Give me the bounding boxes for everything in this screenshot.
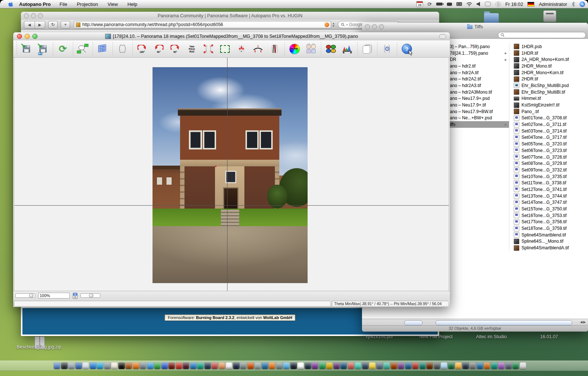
dock-icon[interactable] [469, 362, 476, 369]
url-text[interactable]: http://www.panorama-community.net/thread… [82, 22, 323, 27]
dock-icon[interactable] [355, 362, 361, 369]
dock-icon[interactable] [147, 362, 154, 369]
desktop-folder-icon[interactable] [484, 13, 499, 24]
step-up-icon[interactable]: ▲ [73, 293, 77, 296]
dock-icon[interactable] [491, 362, 498, 369]
apple-menu-icon[interactable] [8, 1, 13, 7]
dock-icon[interactable] [333, 362, 340, 369]
menu-projection[interactable]: Projection [77, 1, 98, 7]
panorama-image[interactable] [153, 67, 308, 283]
spotlight-icon[interactable] [580, 1, 585, 7]
menu-clock[interactable]: Fr 16:02 [505, 1, 523, 7]
dock-icon[interactable] [405, 362, 412, 369]
file-list-item[interactable]: Set15Tone...G_3750.tif [509, 206, 582, 212]
rss-icon[interactable] [325, 22, 329, 27]
bluetooth-icon[interactable] [571, 1, 575, 7]
anchors-button[interactable] [304, 42, 318, 56]
dock-icon[interactable] [82, 362, 89, 369]
layers-button[interactable] [361, 42, 374, 56]
desktop-file-label[interactable]: Bescheinigung.jpg.zip [17, 344, 61, 350]
dock-icon[interactable] [441, 362, 447, 369]
center-button[interactable]: + [235, 42, 248, 56]
dock-icon[interactable] [297, 362, 304, 369]
dock-icon[interactable] [398, 362, 404, 369]
crop-button[interactable] [218, 42, 232, 56]
dock-icon[interactable] [104, 362, 111, 369]
file-list-item[interactable]: Set18Tone...G_3759.tif [509, 225, 582, 232]
dock-icon[interactable] [477, 362, 483, 369]
dock-icon[interactable] [219, 362, 225, 369]
dock-icon[interactable] [348, 362, 354, 369]
dock-icon[interactable] [211, 362, 218, 369]
dock-icon[interactable] [340, 362, 347, 369]
yaw-pitch-roll-button[interactable]: YawPitchRoll [185, 42, 198, 56]
dock-icon[interactable] [154, 362, 161, 369]
help-button[interactable]: ? [400, 42, 413, 56]
file-list-item[interactable]: Set16Tone...G_3753.tif [509, 212, 582, 219]
dock-icon[interactable] [419, 362, 426, 369]
desktop-file-label[interactable]: 16.01.07 [540, 334, 558, 339]
dock-icon[interactable] [276, 362, 283, 369]
file-list-item[interactable]: Set05Tone...G_3720.tif [509, 141, 582, 147]
classic-9-icon[interactable]: 9 [495, 1, 501, 7]
dock-icon[interactable] [133, 362, 139, 369]
german-flag-icon[interactable] [527, 2, 534, 7]
dock-icon[interactable] [197, 362, 204, 369]
chat-bubble-icon[interactable] [485, 1, 491, 7]
file-list-item[interactable]: Set02Tone...G_3711.tif [509, 121, 582, 128]
dock-icon[interactable] [505, 362, 512, 369]
active-app-name[interactable]: Autopano Pro [19, 1, 51, 7]
file-list-item[interactable]: 2HDR.tif [509, 76, 582, 82]
dock-icon[interactable] [362, 362, 369, 369]
zoom-value-field[interactable]: 100% [38, 293, 70, 299]
dock-icon[interactable] [118, 362, 125, 369]
dock-icon[interactable] [520, 362, 526, 369]
file-list-item[interactable]: 2A_HDR_Mono+Korn.tif [509, 56, 582, 63]
sync-icon[interactable]: ⟳ [427, 1, 432, 7]
dock-icon[interactable] [240, 362, 247, 369]
menu-view[interactable]: View [108, 1, 118, 7]
dock-icon[interactable] [161, 362, 168, 369]
file-list-item[interactable]: Set10Tone...G_3735.tif [509, 173, 582, 180]
dock-icon[interactable] [204, 362, 211, 369]
file-list-item[interactable]: Spline64S..._Mono.tif [509, 238, 582, 245]
file-list-item[interactable]: 1HDR.tif [509, 50, 582, 57]
projection-button[interactable] [116, 42, 129, 56]
levels-button[interactable] [341, 42, 354, 56]
dock-icon[interactable] [61, 362, 68, 369]
binoculars-icon[interactable] [447, 3, 452, 6]
color-correction-button[interactable] [324, 42, 337, 56]
preview-quality-slider[interactable] [80, 293, 100, 298]
fast-user-switch-menu[interactable]: Administrator [539, 1, 567, 7]
file-list-item[interactable]: Set17Tone...G_3756.tif [509, 219, 582, 225]
dock-icon[interactable] [319, 362, 326, 369]
dock-icon[interactable] [254, 362, 261, 369]
wifi-icon[interactable] [466, 1, 472, 7]
verticals-button[interactable] [268, 42, 281, 56]
file-list-item[interactable]: 1HDR.psb [509, 43, 582, 50]
finder-titlebar[interactable]: Tiffs [362, 23, 588, 31]
dock-icon[interactable] [312, 362, 318, 369]
file-list-item[interactable]: Set07Tone...G_3726.tif [509, 154, 582, 160]
dock-icon[interactable] [426, 362, 433, 369]
save-pt-button[interactable]: ↘PT [36, 42, 50, 56]
dock-icon[interactable] [376, 362, 383, 369]
rotate-90-cw-button[interactable]: 90° [169, 42, 182, 56]
dock-icon[interactable] [247, 362, 254, 369]
dock-icon[interactable] [305, 362, 311, 369]
dock-icon[interactable] [226, 362, 232, 369]
grid-button[interactable] [96, 42, 109, 56]
file-list-item[interactable]: Ehr_BicShp_MultiBl.psd [509, 82, 582, 89]
dock-icon[interactable] [97, 362, 103, 369]
control-points-button[interactable] [76, 42, 89, 56]
horizontal-scrollbar[interactable] [404, 320, 423, 325]
dock-icon[interactable] [498, 362, 505, 369]
save-button[interactable]: ↘ [20, 42, 33, 56]
url-field[interactable]: http://www.panorama-community.net/thread… [74, 21, 331, 28]
file-list-item[interactable]: Set12Tone...G_3741.tif [509, 186, 582, 193]
rotate-180-button[interactable]: 180° [136, 42, 149, 56]
finder-search-field[interactable] [498, 32, 586, 38]
file-list-item[interactable]: KstSmlgEinzeln!!.tif [509, 102, 582, 108]
reload-button[interactable]: ↻ [48, 21, 58, 29]
slider-thumb[interactable] [29, 293, 33, 298]
